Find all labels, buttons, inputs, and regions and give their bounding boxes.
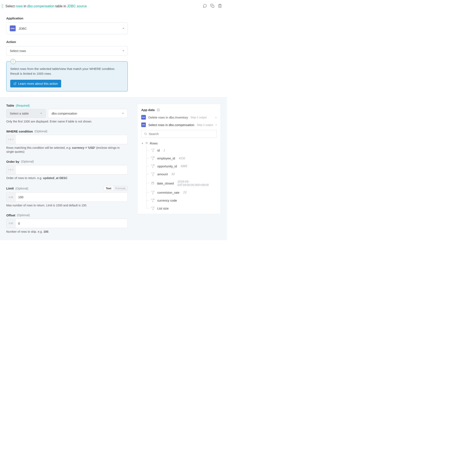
output-step-2[interactable]: JDBC Select rows in dbo.compensation Ste… <box>141 122 217 127</box>
delete-icon[interactable] <box>218 4 222 8</box>
learn-more-button[interactable]: Learn more about this action <box>10 80 61 87</box>
tree-field[interactable]: 1 2 3id1 <box>146 146 217 154</box>
search-box[interactable] <box>141 130 217 138</box>
field-name: currency code <box>157 199 177 202</box>
text-formula-toggle[interactable]: Text Formula <box>104 186 128 191</box>
chevron-down-icon <box>122 27 125 30</box>
info-text: Select rows from the selected table/view… <box>10 67 124 76</box>
chevron-down-icon: ▼ <box>141 142 144 145</box>
field-name: List size <box>157 207 169 210</box>
table-value-select[interactable]: dbo.compensation <box>48 109 128 118</box>
limit-label: Limit <box>6 187 14 190</box>
app-data-panel: App data ? JDBC Delete rows in dbo.Inven… <box>137 104 221 214</box>
source-link[interactable]: JDBC source <box>67 4 87 8</box>
action-label: Action <box>6 40 221 44</box>
text-type-icon: A B C <box>151 156 155 160</box>
offset-input[interactable] <box>16 219 128 228</box>
where-label: WHERE condition <box>6 130 33 133</box>
tree-field[interactable]: date_closed2018-05-03T18:00:00.000+08:00 <box>146 178 217 189</box>
info-icon: i <box>11 59 16 64</box>
table-label: Table <box>6 104 14 107</box>
abc-icon: A B C <box>7 135 16 144</box>
field-name: date_closed <box>157 181 174 185</box>
table-link[interactable]: dbo.compensation <box>27 4 54 8</box>
output-step-1[interactable]: JDBC Delete rows in dbo.Inventory Step 1… <box>141 115 217 120</box>
limit-input[interactable] <box>16 193 128 202</box>
orderby-input[interactable] <box>16 165 128 174</box>
tree-field[interactable]: A B Copportunity_id6985 <box>146 162 217 170</box>
limit-help: Max number of rows to return. Limit is 1… <box>6 204 128 208</box>
offset-help: Number of rows to skip. e.g. 100. <box>6 230 128 234</box>
where-input[interactable] <box>16 135 128 144</box>
tree-field[interactable]: 1 2 3commision_rate23 <box>146 189 217 196</box>
field-value: 4152 <box>179 157 185 160</box>
orderby-label: Order by <box>6 160 19 163</box>
field-name: opportunity_id <box>157 165 177 168</box>
table-mode-select[interactable]: Select a table <box>6 109 46 118</box>
tree-field[interactable]: A B Ccurrency code <box>146 196 217 204</box>
table-help: Only the first 1000 are displayed. Enter… <box>6 120 128 124</box>
application-select[interactable]: JDBC JDBC <box>6 23 128 34</box>
required-label: (Required) <box>16 104 30 107</box>
number-type-icon: 1 2 3 <box>151 148 155 152</box>
chevron-down-icon: ▾ <box>216 124 217 126</box>
number-type-icon: 1 2 3 <box>151 172 155 176</box>
tree-field[interactable]: A B Cemployee_id4152 <box>146 154 217 162</box>
field-name: employee_id <box>157 157 175 160</box>
text-type-icon: A B C <box>151 164 155 168</box>
jdbc-badge-icon: JDBC <box>141 115 146 120</box>
action-select[interactable]: Select rows <box>6 46 128 55</box>
field-value: 1 <box>164 149 165 152</box>
number-icon: 0.00 <box>7 219 16 228</box>
jdbc-badge-icon: JDBC <box>141 122 146 127</box>
tree-field[interactable]: 1 2 3amount52 <box>146 170 217 178</box>
rows-link[interactable]: rows <box>16 4 23 8</box>
chevron-right-icon: ▸ <box>216 116 217 119</box>
where-help: Rows matching this condition will be sel… <box>6 146 128 154</box>
orderby-help: Order of rows to return. e.g. updated_at… <box>6 176 128 180</box>
app-data-title: App data <box>141 108 155 112</box>
field-value: 2018-05-03T18:00:00.000+08:00 <box>178 180 217 187</box>
number-type-icon: 1 2 3 <box>151 190 155 195</box>
field-value: 23 <box>183 191 187 194</box>
comment-icon[interactable] <box>203 4 207 8</box>
info-callout: i Select rows from the selected table/vi… <box>6 61 128 91</box>
number-icon: 0.00 <box>7 193 16 202</box>
list-icon <box>145 142 148 145</box>
application-label: Application <box>6 16 221 20</box>
offset-label: Offset <box>6 213 15 217</box>
search-icon <box>144 132 147 136</box>
drag-handle-icon[interactable] <box>2 4 3 8</box>
svg-rect-0 <box>212 5 214 8</box>
field-name: id <box>157 149 160 152</box>
calendar-icon <box>151 181 155 185</box>
jdbc-badge-icon: JDBC <box>10 25 16 31</box>
help-icon[interactable]: ? <box>157 108 160 112</box>
field-name: commision_rate <box>157 191 179 194</box>
header-title: Select rows in dbo.compensation table in… <box>5 4 203 8</box>
tree-field[interactable]: 1 2 3List size <box>146 204 217 212</box>
field-name: amount <box>157 172 168 176</box>
svg-point-1 <box>144 133 146 135</box>
number-type-icon: 1 2 3 <box>151 206 155 210</box>
chevron-down-icon <box>122 49 125 53</box>
header-bar: Select rows in dbo.compensation table in… <box>0 0 227 12</box>
text-type-icon: A B C <box>151 198 155 202</box>
field-value: 52 <box>172 172 175 176</box>
tree-root[interactable]: ▼ Rows <box>141 140 217 146</box>
search-input[interactable] <box>149 132 214 136</box>
field-value: 6985 <box>181 165 187 168</box>
abc-icon: A B C <box>7 165 16 174</box>
svg-rect-5 <box>152 182 154 184</box>
copy-icon[interactable] <box>210 4 214 8</box>
